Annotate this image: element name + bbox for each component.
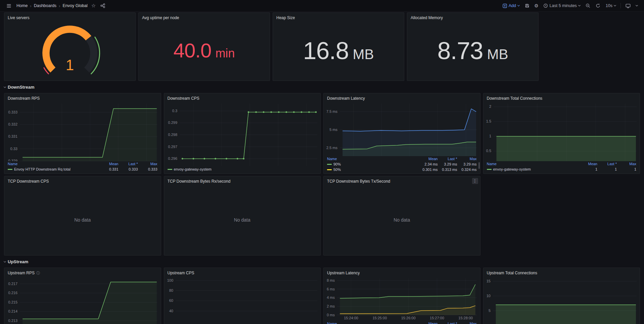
legend-series-label[interactable]: 50% — [327, 167, 418, 172]
svg-text:0.299: 0.299 — [168, 121, 177, 125]
toolbar-overflow-button[interactable] — [634, 0, 640, 11]
legend-value: 0.331 — [99, 167, 119, 172]
legend-header[interactable]: Max — [138, 161, 157, 167]
panel-title[interactable]: Downstream RPS — [8, 96, 40, 101]
panel-title[interactable]: Upstream Total Connections — [487, 271, 538, 275]
downstream-latency-chart[interactable]: 0 ms2.5 ms5 ms7.5 ms15:24:0015:25:0015:2… — [324, 101, 480, 156]
legend-header[interactable]: Last * — [438, 321, 457, 324]
legend-header[interactable]: Mean — [99, 161, 119, 167]
panel-title[interactable]: Downstream CPS — [168, 96, 199, 101]
panel-upstream-rps: Upstream RPS ⓘ 0.2130.2140.2150.2160.217 — [4, 268, 161, 324]
refresh-interval-picker[interactable]: 10s — [603, 0, 618, 11]
upstream-latency-legend: NameMeanLast *Max — [324, 321, 480, 324]
svg-text:10: 10 — [486, 294, 490, 298]
panel-title[interactable]: Live servers — [8, 15, 30, 20]
downstream-rps-chart[interactable]: 0.3290.330.3310.3320.33315:24:0015:25:00… — [4, 101, 161, 161]
panel-title[interactable]: TCP Downstream Bytes Tx/Second — [327, 179, 390, 184]
favorite-star-button[interactable]: ☆ — [90, 0, 97, 11]
breadcrumb-dashboards[interactable]: Dashboards — [34, 3, 56, 8]
svg-text:15: 15 — [486, 279, 490, 283]
info-icon[interactable]: ⓘ — [36, 271, 40, 275]
stat-unit: MB — [353, 47, 374, 61]
panel-title[interactable]: Upstream Latency — [327, 271, 360, 275]
breadcrumb-current: Envoy Global — [62, 3, 87, 8]
section-row-upstream[interactable]: UpStream — [4, 256, 640, 268]
legend-series-label[interactable]: envoy-gateway-system — [168, 167, 317, 172]
stat-unit: min — [215, 47, 235, 59]
svg-text:5: 5 — [488, 309, 490, 313]
downstream-charts-row: Downstream RPS 0.3290.330.3310.3320.3331… — [4, 93, 640, 174]
svg-text:15:26:00: 15:26:00 — [401, 316, 416, 320]
legend-header[interactable]: Max — [617, 161, 636, 167]
legend-header[interactable]: Mean — [418, 156, 438, 161]
panel-title[interactable]: TCP Downstream CPS — [8, 179, 49, 184]
upstream-connections-chart[interactable]: 51015 — [484, 276, 640, 324]
legend-header[interactable]: Name — [8, 161, 99, 167]
legend-header[interactable]: Name — [327, 321, 418, 324]
downstream-rps-legend: NameMeanLast *MaxEnvoy HTTP Downstream R… — [4, 161, 161, 174]
menu-toggle-button[interactable] — [4, 0, 14, 11]
avg-uptime-stat: 40.0 min — [139, 21, 270, 81]
panel-title[interactable]: TCP Downstream Bytes Rx/second — [168, 179, 231, 184]
section-row-downstream[interactable]: DownStream — [4, 81, 640, 93]
panel-title[interactable]: Upstream RPS — [8, 271, 35, 275]
kiosk-mode-button[interactable] — [623, 0, 633, 11]
downstream-connections-chart[interactable]: 00.511.5215:24:0015:25:0015:26:0015:27:0… — [484, 101, 640, 161]
upstream-rps-chart[interactable]: 0.2130.2140.2150.2160.217 — [4, 276, 161, 324]
panel-title[interactable]: Heap Size — [276, 15, 295, 20]
panel-title[interactable]: Allocated Memory — [411, 15, 443, 20]
panel-title[interactable]: Upstream CPS — [168, 271, 194, 275]
save-dashboard-button[interactable] — [522, 0, 532, 11]
svg-text:8 ms: 8 ms — [327, 278, 335, 282]
svg-text:2.5 ms: 2.5 ms — [326, 146, 338, 150]
legend-series-label[interactable]: 90% — [327, 161, 418, 167]
upstream-cps-chart[interactable]: 406080100 — [164, 276, 321, 324]
legend-header[interactable]: Last * — [597, 161, 617, 167]
svg-text:15:25:00: 15:25:00 — [372, 316, 387, 320]
breadcrumb-home[interactable]: Home — [16, 3, 28, 8]
legend-header[interactable]: Last * — [119, 161, 138, 167]
add-button[interactable]: Add — [500, 0, 522, 11]
panel-title[interactable]: Downstream Total Connections — [487, 96, 543, 101]
add-panel-icon — [503, 4, 507, 8]
refresh-interval-label: 10s — [606, 3, 612, 8]
legend-row: Envoy HTTP Downstream Rq total0.3310.333… — [8, 167, 157, 172]
legend-series-label[interactable]: 99% — [327, 172, 418, 174]
legend-header[interactable]: Name — [487, 161, 578, 167]
time-range-picker[interactable]: Last 5 minutes — [541, 0, 583, 11]
panel-title[interactable]: Avg uptime per node — [142, 15, 179, 20]
svg-text:0.216: 0.216 — [8, 291, 17, 295]
panel-tcp-downstream-rx: TCP Downstream Bytes Rx/second No data — [164, 176, 321, 256]
live-servers-gauge[interactable]: 1 — [4, 21, 135, 81]
legend-header[interactable]: Mean — [418, 321, 438, 324]
legend-header-row: NameMeanLast *Max — [487, 161, 637, 167]
legend-header[interactable]: Max — [457, 321, 477, 324]
gear-icon: ⚙ — [534, 3, 539, 8]
legend-header[interactable]: Max — [457, 156, 477, 161]
star-icon: ☆ — [91, 3, 96, 9]
legend-header[interactable]: Name — [327, 156, 418, 161]
share-button[interactable] — [98, 0, 107, 11]
refresh-button[interactable] — [593, 0, 603, 11]
legend-series-label[interactable]: envoy-gateway-system — [487, 167, 578, 172]
zoom-out-time-button[interactable] — [583, 0, 593, 11]
downstream-latency-legend[interactable]: NameMeanLast *Max90%2.34 ms3.29 ms3.29 m… — [324, 156, 480, 174]
legend-header[interactable]: Last * — [438, 156, 457, 161]
upstream-charts-row: Upstream RPS ⓘ 0.2130.2140.2150.2160.217… — [4, 268, 640, 324]
downstream-cps-chart[interactable]: 0.2960.2970.2980.2990.315:24:0015:25:001… — [164, 101, 321, 167]
svg-text:80: 80 — [169, 288, 173, 292]
legend-value: 0.333 — [138, 167, 157, 172]
panel-title[interactable]: Downstream Latency — [327, 96, 365, 101]
svg-text:0.213: 0.213 — [8, 319, 17, 323]
time-range-label: Last 5 minutes — [550, 3, 577, 8]
legend-value: 8 ms — [438, 172, 457, 174]
legend-row: 99%4.89 ms8 ms8 ms — [327, 172, 477, 174]
legend-header[interactable]: Mean — [578, 161, 597, 167]
upstream-latency-chart[interactable]: 0 ms2 ms4 ms6 ms8 ms15:24:0015:25:0015:2… — [324, 276, 480, 321]
panel-live-servers: Live servers 1 — [4, 12, 136, 81]
dashboard-settings-button[interactable]: ⚙ — [533, 0, 540, 11]
svg-text:2 ms: 2 ms — [327, 304, 335, 308]
panel-menu-kebab-icon[interactable]: ⋮ — [472, 178, 478, 184]
svg-text:0.297: 0.297 — [168, 145, 177, 149]
legend-series-label[interactable]: Envoy HTTP Downstream Rq total — [8, 167, 99, 172]
